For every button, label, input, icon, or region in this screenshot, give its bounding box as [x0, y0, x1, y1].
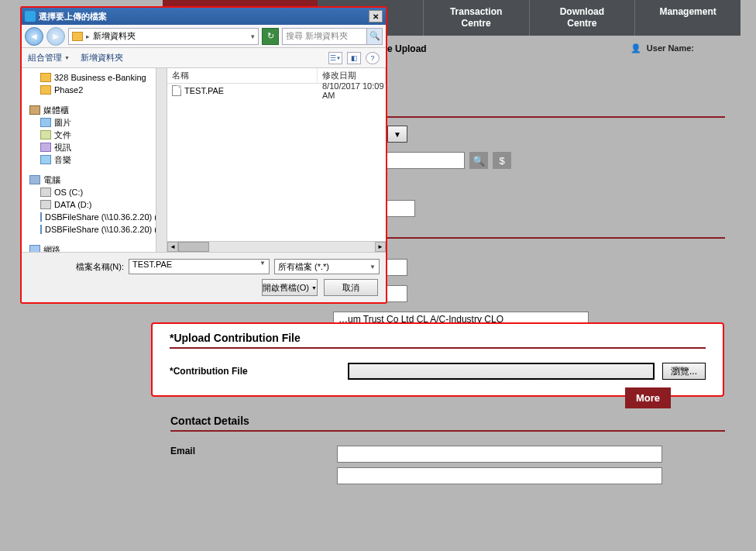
ie-icon — [25, 11, 36, 22]
file-list[interactable]: 名稱 修改日期 TEST.PAE 8/10/2017 10:09 AM ◄► — [167, 68, 386, 252]
address-bar[interactable]: ▸ 新增資料夾 ▾ — [68, 28, 259, 45]
chevron-right-icon: ▸ — [86, 33, 90, 40]
dialog-titlebar[interactable]: 選擇要上傳的檔案 ✕ — [22, 8, 386, 25]
tree-item: 網路 — [22, 243, 167, 252]
file-row[interactable]: TEST.PAE 8/10/2017 10:09 AM — [167, 84, 386, 98]
help-icon[interactable]: ? — [366, 52, 380, 64]
currency-icon[interactable]: $ — [493, 152, 511, 169]
tree-item: DSBFileShare (\\10.36.2.20) (Y:) — [22, 211, 167, 223]
tree-item: Phase2 — [22, 84, 167, 96]
nav-tab-management[interactable]: Management — [635, 0, 741, 36]
email-field[interactable] — [337, 446, 662, 463]
user-label: User Name: — [647, 43, 694, 53]
nav-tab-label: Centre — [567, 18, 596, 29]
upload-title: *Upload Contribution File — [170, 332, 706, 349]
back-button[interactable]: ◄ — [25, 27, 43, 46]
file-open-dialog: 選擇要上傳的檔案 ✕ ◄ ► ▸ 新增資料夾 ▾ ↻ 搜尋 新增資料夾 🔍 組合… — [20, 6, 387, 304]
forward-button[interactable]: ► — [46, 27, 65, 46]
nav-tab-label: Download — [560, 6, 604, 17]
organize-menu[interactable]: 組合管理▼ — [28, 52, 70, 64]
col-name[interactable]: 名稱 — [167, 68, 318, 83]
tree-item: 文件 — [22, 129, 167, 141]
cancel-button[interactable]: 取消 — [324, 279, 378, 296]
contact-section: Contact Details Email — [170, 415, 725, 484]
tree-item: DSBFileShare (\\10.36.2.20) (Z:) — [22, 223, 167, 236]
breadcrumb: e Upload — [387, 43, 427, 54]
tree-item: DATA (D:) — [22, 198, 167, 211]
filetype-select[interactable]: 所有檔案 (*.*) ▼ — [274, 259, 380, 274]
search-input[interactable]: 搜尋 新增資料夾 🔍 — [282, 28, 383, 45]
browse-button[interactable]: 瀏覽... — [662, 363, 706, 380]
file-icon — [172, 85, 181, 96]
file-path-input[interactable] — [348, 363, 655, 380]
view-icon[interactable]: ☰ ▼ — [328, 52, 342, 64]
filename-label: 檔案名稱(N): — [28, 261, 124, 273]
nav-tab-label: Management — [659, 6, 716, 17]
address-text: 新增資料夾 — [93, 30, 136, 42]
tree-item: 視訊 — [22, 141, 167, 153]
dialog-toolbar: 組合管理▼ 新增資料夾 ☰ ▼ ◧ ? — [22, 48, 386, 68]
search-placeholder: 搜尋 新增資料夾 — [286, 30, 348, 42]
open-button[interactable]: 開啟舊檔(O) ▼ — [262, 279, 318, 296]
tree-item: 音樂 — [22, 153, 167, 166]
tree-item: OS (C:) — [22, 186, 167, 198]
user-icon: 👤 — [631, 43, 641, 53]
select-dropdown[interactable]: ▼ — [387, 126, 407, 143]
dialog-footer: 檔案名稱(N): TEST.PAE ▼ 所有檔案 (*.*) ▼ 開啟舊檔(O)… — [22, 253, 386, 302]
user-name: 👤 User Name: — [631, 43, 694, 53]
tree-item: 媒體櫃 — [22, 104, 167, 116]
filename-input[interactable]: TEST.PAE ▼ — [129, 259, 270, 274]
tree-item: 圖片 — [22, 116, 167, 129]
dialog-navbar: ◄ ► ▸ 新增資料夾 ▾ ↻ 搜尋 新增資料夾 🔍 — [22, 25, 386, 48]
refresh-button[interactable]: ↻ — [262, 28, 279, 45]
nav-tab-download[interactable]: Download Centre — [530, 0, 636, 36]
scrollbar[interactable] — [156, 68, 167, 252]
close-icon[interactable]: ✕ — [369, 10, 383, 22]
folder-icon — [72, 32, 83, 41]
tree-item: 電腦 — [22, 174, 167, 186]
new-folder-button[interactable]: 新增資料夾 — [81, 52, 123, 64]
preview-icon[interactable]: ◧ — [347, 52, 361, 64]
contribution-file-label: *Contribution File — [170, 366, 340, 377]
folder-tree[interactable]: 328 Business e-Banking Phase2 媒體櫃 圖片 文件 … — [22, 68, 167, 252]
upload-section: *Upload Contribution File *Contribution … — [151, 322, 724, 397]
nav-tab-label: Centre — [462, 18, 491, 29]
nav-tab-label: Transaction — [450, 6, 502, 17]
scrollbar[interactable]: ◄► — [167, 241, 386, 252]
dialog-title: 選擇要上傳的檔案 — [39, 11, 107, 22]
chevron-down-icon[interactable]: ▾ — [251, 33, 255, 40]
dialog-body: 328 Business e-Banking Phase2 媒體櫃 圖片 文件 … — [22, 68, 386, 253]
nav-tab-transaction[interactable]: Transaction Centre — [424, 0, 530, 36]
email-field-2[interactable] — [337, 467, 662, 484]
search-icon[interactable]: 🔍 — [469, 152, 488, 169]
more-button[interactable]: More — [625, 387, 671, 408]
email-label: Email — [170, 446, 329, 456]
search-icon[interactable]: 🔍 — [366, 29, 382, 44]
tree-item: 328 Business e-Banking — [22, 71, 167, 84]
contact-title: Contact Details — [170, 415, 725, 432]
